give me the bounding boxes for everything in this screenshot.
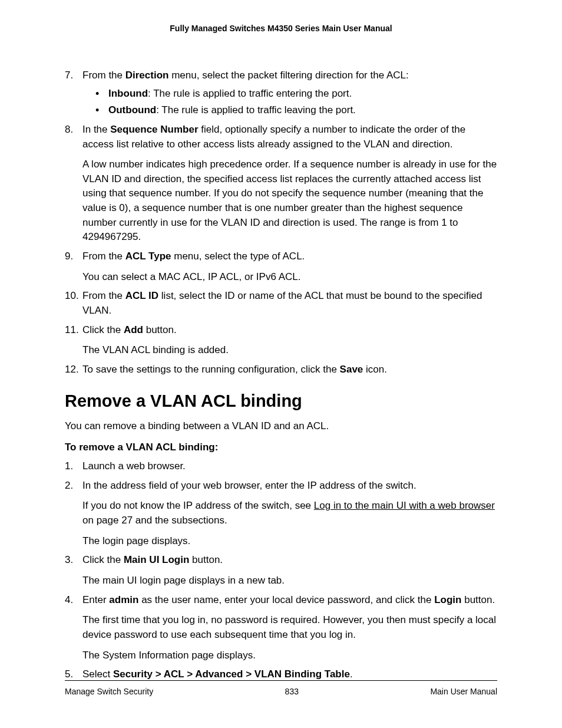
procedure-subhead: To remove a VLAN ACL binding: [65, 442, 497, 453]
step-text: Enter admin as the user name, enter your… [82, 594, 495, 605]
step-7: 7. From the Direction menu, select the p… [65, 68, 497, 118]
bullet-list: Inbound: The rule is applied to traffic … [95, 87, 497, 118]
step-text: Select Security > ACL > Advanced > VLAN … [82, 668, 353, 680]
step-8: 8. In the Sequence Number field, optiona… [65, 123, 497, 245]
step-number: 11. [65, 323, 79, 338]
step-number: 2. [65, 479, 73, 493]
step-number: 10. [65, 289, 79, 304]
section-heading: Remove a VLAN ACL binding [65, 391, 497, 411]
step-number: 1. [65, 459, 73, 474]
section-intro: You can remove a binding between a VLAN … [65, 419, 497, 434]
step-paragraph: The first time that you log in, no passw… [82, 613, 497, 642]
step-text: Click the Add button. [82, 324, 177, 335]
step-text: From the ACL ID list, select the ID or n… [82, 290, 482, 316]
step-paragraph: The VLAN ACL binding is added. [82, 343, 497, 358]
step-12: 12. To save the settings to the running … [65, 363, 497, 377]
step-2: 2. In the address field of your web brow… [65, 479, 497, 549]
footer-page-number: 833 [285, 687, 299, 696]
step-text: In the Sequence Number field, optionally… [82, 124, 465, 150]
step-number: 7. [65, 68, 73, 83]
cross-ref-link[interactable]: Log in to the main UI with a web browser [314, 500, 495, 511]
step-4: 4. Enter admin as the user name, enter y… [65, 593, 497, 663]
step-number: 3. [65, 553, 73, 568]
step-paragraph: A low number indicates high precedence o… [82, 157, 497, 245]
footer-right: Main User Manual [430, 687, 497, 696]
step-11: 11. Click the Add button. The VLAN ACL b… [65, 323, 497, 358]
step-1: 1. Launch a web browser. [65, 459, 497, 474]
bullet-outbound: Outbound: The rule is applied to traffic… [95, 103, 497, 118]
page-footer: Manage Switch Security 833 Main User Man… [65, 680, 497, 696]
document-page: Fully Managed Switches M4350 Series Main… [0, 0, 562, 728]
step-text: To save the settings to the running conf… [82, 364, 387, 375]
footer-left: Manage Switch Security [65, 687, 153, 696]
page-header: Fully Managed Switches M4350 Series Main… [65, 24, 497, 33]
procedure-list-top: 7. From the Direction menu, select the p… [65, 68, 497, 377]
step-text: Click the Main UI Login button. [82, 554, 223, 565]
procedure-list-remove: 1. Launch a web browser. 2. In the addre… [65, 459, 497, 682]
step-number: 8. [65, 123, 73, 137]
step-text: From the ACL Type menu, select the type … [82, 251, 305, 262]
step-9: 9. From the ACL Type menu, select the ty… [65, 249, 497, 284]
step-number: 12. [65, 363, 79, 377]
step-number: 4. [65, 593, 73, 608]
step-paragraph: The System Information page displays. [82, 648, 497, 663]
step-paragraph: The main UI login page displays in a new… [82, 574, 497, 588]
step-text: Launch a web browser. [82, 460, 186, 472]
bullet-inbound: Inbound: The rule is applied to traffic … [95, 87, 497, 101]
step-number: 9. [65, 249, 73, 264]
step-paragraph: If you do not know the IP address of the… [82, 499, 497, 528]
step-text: From the Direction menu, select the pack… [82, 70, 409, 81]
step-3: 3. Click the Main UI Login button. The m… [65, 553, 497, 588]
step-text: In the address field of your web browser… [82, 480, 416, 491]
step-paragraph: You can select a MAC ACL, IP ACL, or IPv… [82, 270, 497, 285]
step-paragraph: The login page displays. [82, 534, 497, 549]
step-10: 10. From the ACL ID list, select the ID … [65, 289, 497, 318]
